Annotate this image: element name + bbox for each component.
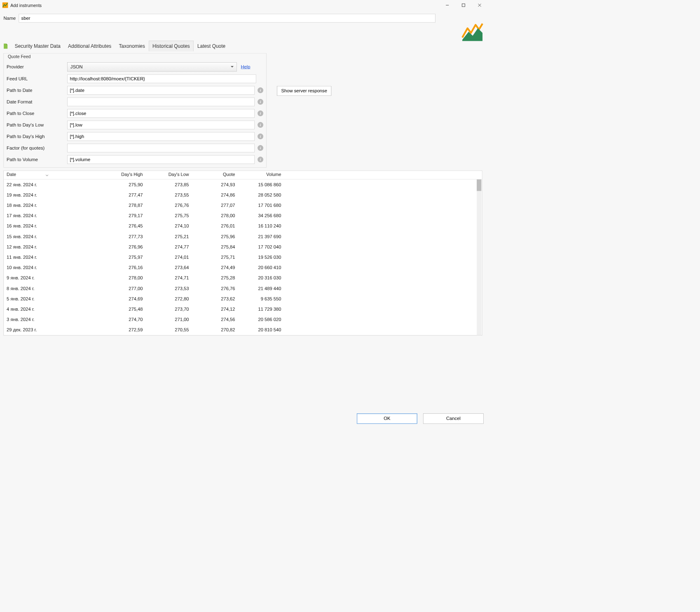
cell-high: 274,70 (100, 316, 146, 324)
field-label: Path to Date (7, 88, 67, 93)
cell-high: 278,87 (100, 202, 146, 209)
field-label: Path to Close (7, 111, 67, 116)
app-logo-icon (461, 20, 484, 42)
cell-quote: 278,00 (192, 212, 238, 220)
cell-quote: 270,82 (192, 326, 238, 334)
app-icon (2, 2, 8, 8)
date-fmt-input[interactable] (67, 98, 255, 106)
cell-quote: 275,96 (192, 233, 238, 240)
info-icon[interactable]: i (258, 122, 263, 128)
cell-low: 273,55 (146, 191, 192, 199)
info-icon[interactable]: i (258, 145, 263, 151)
tab-latest-quote[interactable]: Latest Quote (194, 41, 229, 52)
cell-date: 4 янв. 2024 г. (4, 305, 99, 313)
name-input[interactable] (19, 14, 435, 23)
col-quote-header[interactable]: Quote (192, 171, 238, 179)
path-vol-input[interactable] (67, 155, 255, 164)
factor-input[interactable] (67, 144, 255, 152)
minimize-button[interactable] (439, 0, 455, 10)
cell-date: 15 янв. 2024 г. (4, 233, 99, 240)
tabs-bar: Security Master DataAdditional Attribute… (0, 40, 490, 52)
table-row[interactable]: 22 янв. 2024 г.275,90273,85274,9315 086 … (4, 179, 482, 190)
path-date-input[interactable] (67, 86, 255, 95)
field-row-date-fmt: Date Formati (7, 98, 263, 106)
field-label: Feed URL (7, 76, 67, 82)
cell-high: 272,59 (100, 326, 146, 334)
info-icon[interactable]: i (258, 99, 263, 105)
cell-high: 274,69 (100, 295, 146, 302)
table-row[interactable]: 18 янв. 2024 г.278,87276,76277,0717 701 … (4, 200, 482, 211)
table-row[interactable]: 19 янв. 2024 г.277,47273,55274,8628 052 … (4, 190, 482, 200)
cell-low: 276,76 (146, 202, 192, 209)
cell-high: 278,00 (100, 274, 146, 282)
feed-url-input[interactable] (67, 75, 256, 83)
maximize-button[interactable] (455, 0, 471, 10)
table-row[interactable]: 10 янв. 2024 г.276,16273,64274,4920 660 … (4, 263, 482, 273)
field-row-path-close: Path to Closei (7, 109, 263, 118)
cell-low: 274,10 (146, 223, 192, 230)
info-icon[interactable]: i (258, 110, 263, 116)
table-row[interactable]: 4 янв. 2024 г.275,48273,70274,1211 729 3… (4, 304, 482, 314)
col-volume-header[interactable]: Volume (238, 171, 284, 179)
cell-date: 9 янв. 2024 г. (4, 274, 99, 282)
cell-low: 270,55 (146, 326, 192, 334)
cell-low: 274,71 (146, 274, 192, 282)
table-row[interactable]: 17 янв. 2024 г.279,17275,75278,0034 256 … (4, 211, 482, 221)
cell-volume: 16 110 240 (238, 223, 284, 230)
cancel-button[interactable]: Cancel (423, 413, 484, 424)
cell-volume: 21 397 690 (238, 233, 284, 240)
tab-taxonomies[interactable]: Taxonomies (115, 41, 149, 52)
cell-date: 11 янв. 2024 г. (4, 253, 99, 261)
cell-volume: 17 702 040 (238, 243, 284, 251)
table-row[interactable]: 15 янв. 2024 г.277,73275,21275,9621 397 … (4, 231, 482, 242)
svg-rect-2 (462, 4, 465, 7)
info-icon[interactable]: i (258, 134, 263, 139)
cell-volume: 28 052 580 (238, 191, 284, 199)
path-low-input[interactable] (67, 121, 255, 129)
scrollbar-thumb[interactable] (477, 179, 481, 191)
tab-historical-quotes[interactable]: Historical Quotes (149, 41, 194, 52)
cell-high: 277,47 (100, 191, 146, 199)
table-row[interactable]: 9 янв. 2024 г.278,00274,71275,2820 316 0… (4, 273, 482, 283)
show-server-response-button[interactable]: Show server response (277, 86, 331, 96)
field-label: Factor (for quotes) (7, 145, 67, 151)
cell-high: 275,97 (100, 253, 146, 261)
help-link[interactable]: Help (241, 64, 251, 70)
table-row[interactable]: 11 янв. 2024 г.275,97274,01275,7119 526 … (4, 252, 482, 263)
provider-select[interactable]: JSON (67, 62, 237, 71)
cell-low: 273,53 (146, 285, 192, 292)
path-close-input[interactable] (67, 109, 255, 118)
cell-volume: 34 256 680 (238, 212, 284, 220)
table-row[interactable]: 29 дек. 2023 г.272,59270,55270,8220 810 … (4, 325, 482, 335)
field-row-path-high: Path to Day's Highi (7, 132, 263, 141)
cell-date: 18 янв. 2024 г. (4, 202, 99, 209)
close-button[interactable] (472, 0, 488, 10)
quote-feed-legend: Quote Feed (7, 54, 32, 59)
name-label: Name (3, 16, 16, 21)
table-row[interactable]: 5 янв. 2024 г.274,69272,80273,629 635 55… (4, 294, 482, 304)
path-high-input[interactable] (67, 132, 255, 141)
tab-security-master-data[interactable]: Security Master Data (11, 41, 64, 52)
table-row[interactable]: 8 янв. 2024 г.277,00273,53276,7621 489 4… (4, 283, 482, 293)
cell-date: 16 янв. 2024 г. (4, 223, 99, 230)
field-row-path-low: Path to Day's Lowi (7, 121, 263, 129)
col-high-header[interactable]: Day's High (100, 171, 146, 179)
col-low-header[interactable]: Day's Low (146, 171, 192, 179)
cell-high: 276,96 (100, 243, 146, 251)
table-row[interactable]: 3 янв. 2024 г.274,70271,00274,5620 586 0… (4, 314, 482, 325)
table-row[interactable]: 12 янв. 2024 г.276,96274,77275,8417 702 … (4, 242, 482, 252)
field-label: Path to Volume (7, 157, 67, 162)
table-row[interactable]: 16 янв. 2024 г.276,45274,10276,0116 110 … (4, 221, 482, 231)
quote-feed-group: Quote Feed Provider JSON Help Feed URLPa… (3, 53, 266, 168)
tab-additional-attributes[interactable]: Additional Attributes (64, 41, 115, 52)
cell-date: 29 дек. 2023 г. (4, 326, 99, 334)
info-icon[interactable]: i (258, 157, 263, 162)
cell-date: 19 янв. 2024 г. (4, 191, 99, 199)
cell-volume: 20 316 030 (238, 274, 284, 282)
col-date-header[interactable]: Date (4, 171, 99, 179)
info-icon[interactable]: i (258, 87, 263, 93)
field-label: Path to Day's High (7, 134, 67, 139)
scrollbar[interactable] (477, 179, 481, 335)
cell-quote: 276,01 (192, 223, 238, 230)
ok-button[interactable]: OK (357, 413, 417, 424)
